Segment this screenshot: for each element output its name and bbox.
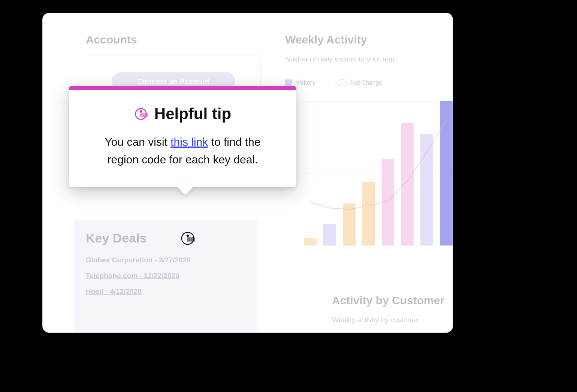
- key-deal-link[interactable]: Hooli - 4/12/2020: [86, 287, 142, 296]
- key-deal-link[interactable]: Telephone.com - 12/22/2020: [86, 272, 179, 280]
- visitors-swatch-icon: [285, 79, 292, 86]
- popover-title: Helpful tip: [154, 105, 231, 123]
- key-deals-list: Globex Corporation - 3/27/2020Telephone.…: [86, 256, 245, 296]
- legend-visitors-label: Visitors: [296, 79, 315, 86]
- svg-rect-5: [140, 113, 148, 117]
- legend-item-netchange: Net Change: [338, 79, 382, 86]
- svg-point-1: [187, 235, 188, 236]
- weekly-activity-subtitle: Nukber of daily visitors to your app: [285, 55, 394, 63]
- key-deal-link[interactable]: Globex Corporation - 3/27/2020: [86, 256, 191, 264]
- legend-netchange-label: Net Change: [350, 79, 382, 86]
- weekly-activity-chart: [304, 101, 453, 245]
- chart-legend: Visitors Net Change: [285, 79, 383, 86]
- legend-item-visitors: Visitors: [285, 79, 315, 86]
- activity-by-customer-title: Activity by Customer: [332, 294, 444, 307]
- info-icon: [134, 107, 148, 121]
- popover-link[interactable]: this link: [170, 136, 208, 148]
- activity-by-customer-subtitle: Weekly activity by customer: [332, 316, 420, 324]
- weekly-activity-title: Weekly Activity: [285, 33, 367, 46]
- accounts-title: Accounts: [86, 33, 137, 46]
- popover-accent-stripe: [69, 86, 296, 90]
- popover-text-before: You can visit: [105, 136, 171, 148]
- netchange-swatch-icon: [338, 79, 347, 86]
- info-icon[interactable]: [181, 231, 195, 245]
- svg-rect-2: [187, 237, 195, 241]
- svg-point-4: [140, 111, 142, 112]
- helpful-tip-popover: Helpful tip You can visit this link to f…: [69, 86, 296, 187]
- key-deals-title: Key Deals: [86, 231, 147, 245]
- key-deals-card: Key Deals Globex Corporation - 3/27/2020…: [74, 220, 257, 333]
- popover-text: You can visit this link to find the regi…: [91, 133, 274, 168]
